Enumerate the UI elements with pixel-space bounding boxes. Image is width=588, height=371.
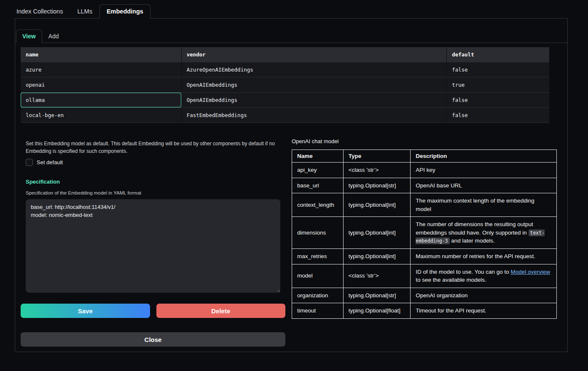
doc-table-header-row: NameTypeDescription [292,150,557,163]
doc-row: max_retriestyping.Optional[int]Maximum n… [292,248,557,264]
doc-cell-description: Timeout for the API request. [411,303,557,319]
doc-cell-name: base_url [292,178,344,193]
detail-area: Set this Embedding model as default. Thi… [21,138,557,347]
model-doc-title: OpenAI chat model [292,138,557,144]
column-header-vendor: vendor [181,47,447,62]
doc-link[interactable]: Model overview [510,269,550,275]
page: Index Collections LLMs Embeddings View A… [0,0,588,352]
doc-row: model<class ’str’>ID of the model to use… [292,264,557,288]
table-cell: azure [21,62,181,77]
doc-row: timeouttyping.Optional[float]Timeout for… [292,303,557,319]
text-part: to see the available models. [416,277,486,283]
text-part: ID of the model to use. You can go to [416,269,510,275]
doc-cell-type: typing.Optional[int] [343,217,411,249]
table-cell: OpenAIEmbeddings [181,93,447,108]
doc-cell-type: <class ’str’> [343,163,411,178]
doc-cell-description: Maximum number of retries for the API re… [411,248,557,264]
table-row[interactable]: ollamaOpenAIEmbeddingsfalse [21,93,549,108]
table-row[interactable]: openaiOpenAIEmbeddingstrue [21,77,549,93]
set-default-row: Set default [26,159,280,166]
doc-row: base_urltyping.Optional[str]OpenAI base … [292,178,557,193]
doc-cell-name: timeout [292,303,344,319]
doc-cell-name: dimensions [292,217,344,249]
table-cell: false [447,62,549,77]
doc-column-header-type: Type [343,150,411,163]
column-header-default: default [447,47,549,62]
default-section: Set this Embedding model as default. Thi… [21,140,285,293]
specification-yaml-input[interactable]: base_url: http://localhost:11434/v1/ mod… [26,199,280,293]
set-default-checkbox[interactable] [26,159,33,166]
table-cell: AzureOpenAIEmbeddings [181,62,447,77]
table-cell: ollama [21,93,181,108]
tab-index-collections[interactable]: Index Collections [9,4,70,19]
text-part: OpenAI base URL [416,182,462,189]
doc-cell-type: typing.Optional[int] [343,248,411,264]
set-default-label: Set default [37,159,63,165]
text-part: Timeout for the API request. [416,307,486,314]
table-cell: false [447,93,549,108]
text-part: and later models. [450,238,495,244]
specification-heading: Specification [26,179,280,185]
table-cell: openai [21,77,181,93]
doc-cell-name: organization [292,288,344,303]
action-buttons: Save Delete [21,304,285,318]
model-doc-table: NameTypeDescription api_key<class ’str’>… [292,149,557,319]
tab-embeddings[interactable]: Embeddings [99,4,150,19]
text-part: API key [416,167,435,173]
tab-view[interactable]: View [16,29,42,43]
tab-llms[interactable]: LLMs [70,4,99,19]
doc-cell-type: <class ’str’> [343,264,411,288]
doc-cell-description: OpenAI base URL [411,178,557,193]
column-header-name: name [21,47,181,62]
doc-cell-type: typing.Optional[str] [343,288,411,303]
doc-cell-name: context_length [292,193,344,217]
table-row[interactable]: local-bge-enFastEmbedEmbeddingsfalse [21,108,549,123]
doc-row: dimensionstyping.Optional[int]The number… [292,217,557,249]
embeddings-panel: View Add namevendordefault azureAzureOpe… [15,18,568,352]
doc-row: context_lengthtyping.Optional[int]The ma… [292,193,557,217]
doc-column-header-description: Description [411,150,557,163]
doc-cell-type: typing.Optional[str] [343,178,411,193]
doc-cell-description: API key [411,163,557,178]
table-cell: OpenAIEmbeddings [181,77,447,93]
embeddings-table-header-row: namevendordefault [21,47,549,62]
text-part: The maximum context length of the embedd… [416,198,534,212]
sub-tab-bar: View Add [15,19,567,43]
text-part: Maximum number of retries for the API re… [416,253,535,259]
close-button[interactable]: Close [21,332,285,347]
main-tab-bar: Index Collections LLMs Embeddings [9,4,588,18]
table-row[interactable]: azureAzureOpenAIEmbeddingsfalse [21,62,549,77]
doc-cell-type: typing.Optional[int] [343,193,411,217]
doc-cell-description: ID of the model to use. You can go to Mo… [411,264,557,288]
doc-cell-type: typing.Optional[float] [343,303,411,319]
delete-button[interactable]: Delete [156,304,286,318]
embeddings-table-wrap: namevendordefault azureAzureOpenAIEmbedd… [21,47,561,123]
doc-cell-description: OpenAI organization [411,288,557,303]
embeddings-table: namevendordefault azureAzureOpenAIEmbedd… [21,47,549,123]
text-part: The number of dimensions the resulting o… [416,221,533,236]
edit-panel: Set this Embedding model as default. Thi… [21,138,285,347]
model-doc-panel: OpenAI chat model NameTypeDescription ap… [292,138,557,319]
doc-cell-name: model [292,264,344,288]
save-button[interactable]: Save [21,304,150,318]
doc-cell-name: api_key [292,163,344,178]
table-cell: false [447,108,549,123]
default-description: Set this Embedding model as default. Thi… [26,140,279,155]
embeddings-table-body: azureAzureOpenAIEmbeddingsfalseopenaiOpe… [21,62,549,123]
doc-row: api_key<class ’str’>API key [292,163,557,178]
table-cell: local-bge-en [21,108,181,123]
table-cell: FastEmbedEmbeddings [181,108,447,123]
doc-table-body: api_key<class ’str’>API keybase_urltypin… [292,163,557,319]
doc-cell-description: The maximum context length of the embedd… [411,193,557,217]
tab-add[interactable]: Add [42,29,65,43]
doc-column-header-name: Name [292,150,344,163]
doc-cell-description: The number of dimensions the resulting o… [411,217,557,249]
doc-row: organizationtyping.Optional[str]OpenAI o… [292,288,557,303]
doc-cell-name: max_retries [292,248,344,264]
text-part: OpenAI organization [416,292,467,299]
table-cell: true [447,77,549,93]
specification-caption: Specification of the Embedding model in … [26,190,280,195]
